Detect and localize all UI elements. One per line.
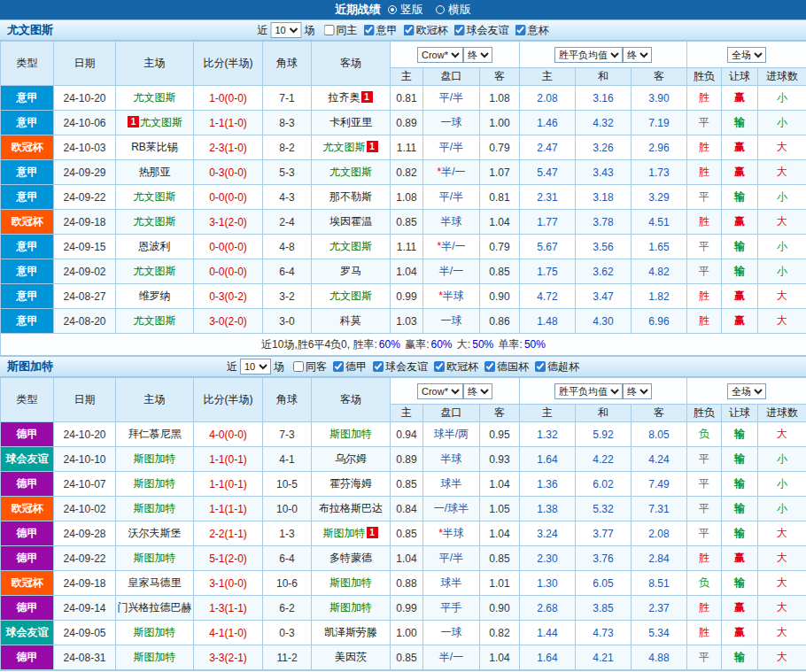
team-link[interactable]: 沃尔夫斯堡	[116, 521, 194, 546]
team-link[interactable]: 斯图加特	[116, 546, 194, 571]
avg-type-select[interactable]: 胜平负均值	[554, 47, 623, 63]
scope-select[interactable]: 全场	[727, 47, 766, 63]
team-link[interactable]: 卡利亚里	[312, 111, 391, 135]
filter-option[interactable]: 意甲	[364, 23, 398, 38]
filter-checkbox[interactable]	[454, 25, 465, 35]
section-team-title[interactable]: 斯图加特	[0, 359, 53, 375]
team-link[interactable]: 尤文图斯	[116, 309, 194, 334]
section-header: 斯图加特 近 10 场 同客德甲球会友谊欧冠杯德国杯德超杯	[0, 356, 806, 377]
cell-result: 胜	[687, 135, 722, 160]
filter-option[interactable]: 德国杯	[484, 359, 529, 375]
filter-checkbox[interactable]	[515, 25, 526, 35]
team-link[interactable]: 门兴格拉德巴赫	[116, 596, 194, 621]
cell-result: 胜	[687, 210, 722, 235]
column-header: 主场	[116, 378, 194, 422]
filter-option[interactable]: 球会友谊	[454, 23, 509, 38]
team-link[interactable]: 斯图加特	[312, 422, 391, 447]
filter-option[interactable]: 同主	[324, 23, 358, 38]
team-link[interactable]: 罗马	[312, 259, 391, 284]
filter-checkbox[interactable]	[293, 361, 304, 372]
team-link[interactable]: 斯图加特	[312, 596, 391, 621]
team-link[interactable]: 美因茨	[312, 645, 391, 670]
team-link[interactable]: 凯泽斯劳滕	[312, 621, 391, 645]
filter-checkbox[interactable]	[434, 361, 445, 372]
filter-checkbox[interactable]	[484, 361, 495, 372]
cell-avg-home: 1.48	[520, 309, 576, 334]
match-row: 德甲24-09-14门兴格拉德巴赫1-3(1-1)6-2斯图加特0.99平手0.…	[1, 596, 806, 621]
filter-option[interactable]: 球会友谊	[373, 359, 428, 375]
team-link[interactable]: 1尤文图斯	[116, 111, 194, 135]
team-link[interactable]: 皇家马德里	[116, 571, 194, 596]
cell-result: 平	[687, 111, 722, 135]
filter-checkbox[interactable]	[373, 361, 384, 372]
filter-option[interactable]: 欧冠杯	[434, 359, 478, 375]
team-link[interactable]: 拜仁慕尼黑	[116, 422, 194, 447]
team-name: 多特蒙德	[329, 552, 372, 564]
team-name: 尤文图斯	[329, 240, 372, 252]
avg-stage-select[interactable]: 终	[623, 383, 652, 399]
team-link[interactable]: 尤文图斯	[312, 235, 391, 259]
cell-avg-home: 3.24	[520, 521, 576, 546]
avg-type-select[interactable]: 胜平负均值	[554, 383, 623, 399]
team-link[interactable]: 尤文图斯1	[312, 135, 391, 160]
filter-option[interactable]: 德甲	[333, 359, 367, 375]
odds-stage-select[interactable]: 终	[463, 383, 492, 399]
cell-score: 3-1(0-0)	[194, 571, 263, 596]
odds-source-select[interactable]: Crow*	[417, 47, 463, 63]
team-link[interactable]: 斯图加特	[116, 497, 194, 521]
team-link[interactable]: 维罗纳	[116, 284, 194, 309]
team-link[interactable]: RB莱比锡	[116, 135, 194, 160]
odds-stage-select[interactable]: 终	[463, 47, 492, 63]
team-link[interactable]: 霍芬海姆	[312, 472, 391, 497]
cell-corners: 10-6	[263, 571, 312, 596]
team-link[interactable]: 斯图加特1	[312, 521, 391, 546]
layout-mode-option[interactable]: 横版	[436, 2, 471, 18]
recent-suffix: 场	[305, 23, 315, 38]
filter-option[interactable]: 欧冠杯	[404, 23, 448, 38]
team-link[interactable]: 斯图加特	[116, 472, 194, 497]
team-link[interactable]: 尤文图斯	[116, 86, 194, 111]
team-link[interactable]: 科莫	[312, 309, 391, 334]
cell-avg-away: 2.08	[632, 521, 687, 546]
filter-option[interactable]: 意杯	[515, 23, 549, 38]
filter-checkbox[interactable]	[333, 361, 344, 372]
filter-option[interactable]: 德超杯	[535, 359, 579, 375]
filter-checkbox[interactable]	[364, 25, 375, 35]
filter-checkbox[interactable]	[324, 25, 335, 35]
cell-odds-home: 1.08	[391, 185, 423, 210]
section-team-title[interactable]: 尤文图斯	[0, 22, 53, 38]
team-link[interactable]: 多特蒙德	[312, 546, 391, 571]
team-link[interactable]: 乌尔姆	[312, 447, 391, 472]
team-link[interactable]: 拉齐奥1	[312, 86, 391, 111]
layout-mode-option[interactable]: 竖版	[388, 2, 423, 18]
team-link[interactable]: 尤文图斯	[116, 185, 194, 210]
avg-stage-select[interactable]: 终	[623, 47, 652, 63]
team-link[interactable]: 尤文图斯	[312, 160, 391, 185]
filter-checkbox[interactable]	[535, 361, 546, 372]
team-link[interactable]: 尤文图斯	[116, 210, 194, 235]
filter-option[interactable]: 同客	[293, 359, 327, 375]
cell-handicap: *半球	[423, 284, 480, 309]
team-link[interactable]: 恩波利	[116, 235, 194, 259]
team-link[interactable]: 斯图加特	[116, 645, 194, 670]
team-link[interactable]: 尤文图斯	[116, 259, 194, 284]
team-link[interactable]: 斯图加特	[312, 571, 391, 596]
cell-date: 24-10-20	[54, 86, 116, 111]
handicap-star: *	[437, 240, 441, 252]
team-link[interactable]: 斯图加特	[116, 621, 194, 645]
cell-avg-home: 1.75	[520, 259, 576, 284]
recent-count-select[interactable]: 10	[271, 22, 302, 38]
team-link[interactable]: 尤文图斯	[312, 284, 391, 309]
sub-column-header: 主	[520, 405, 576, 422]
team-link[interactable]: 斯图加特	[116, 447, 194, 472]
scope-select[interactable]: 全场	[727, 383, 766, 399]
filter-checkbox[interactable]	[404, 25, 415, 35]
team-link[interactable]: 那不勒斯	[312, 185, 391, 210]
team-link[interactable]: 热那亚	[116, 160, 194, 185]
team-link[interactable]: 布拉格斯巴达	[312, 497, 391, 521]
recent-count-select[interactable]: 10	[240, 359, 271, 375]
cell-score: 3-0(2-0)	[194, 309, 263, 334]
odds-source-select[interactable]: Crow*	[417, 383, 463, 399]
team-link[interactable]: 埃因霍温	[312, 210, 391, 235]
cell-result: 平	[687, 472, 722, 497]
